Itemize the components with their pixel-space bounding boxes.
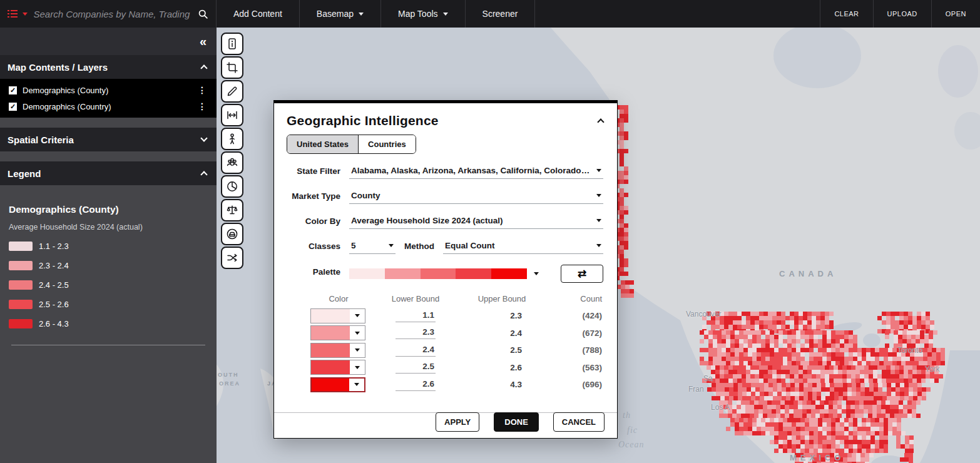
chevron-down-icon — [389, 244, 394, 247]
layers-list: ✓ Demographics (County) ⋮ ✓ Demographics… — [0, 79, 217, 118]
open-button[interactable]: OPEN — [931, 0, 980, 28]
column-header-upper-bound: Upper Bound — [464, 294, 539, 303]
reverse-palette-button[interactable]: ⇄ — [561, 265, 603, 283]
kebab-menu-icon[interactable]: ⋮ — [197, 101, 208, 111]
scales-tool-button[interactable] — [221, 199, 243, 221]
topbar-menu: Add Content Basemap Map Tools Screener — [217, 0, 535, 28]
checkbox-checked-icon[interactable]: ✓ — [9, 86, 17, 94]
kebab-menu-icon[interactable]: ⋮ — [197, 85, 208, 95]
palette-select[interactable] — [349, 268, 539, 279]
sidebar: « Map Contents / Layers ✓ Demographics (… — [0, 28, 217, 463]
lower-bound-input[interactable]: 2.5 — [396, 361, 436, 374]
classes-label: Classes — [287, 242, 349, 254]
color-by-select[interactable]: Average Household Size 2024 (actual) — [349, 215, 603, 229]
menu-map-tools[interactable]: Map Tools — [381, 0, 466, 28]
legend-class-row: 2.5 - 2.6 — [9, 300, 208, 309]
drive-time-tool-button[interactable] — [221, 223, 243, 245]
color-by-value: Average Household Size 2024 (actual) — [351, 216, 503, 225]
palette-label: Palette — [287, 267, 349, 280]
legend-class-label: 1.1 - 2.3 — [39, 242, 69, 251]
color-by-label: Color By — [287, 216, 349, 229]
dialog-footer: APPLY DONE CANCEL — [436, 412, 605, 432]
search-icon[interactable] — [198, 9, 208, 19]
apply-button[interactable]: APPLY — [436, 412, 479, 432]
shuffle-icon — [226, 252, 238, 264]
shuffle-tool-button[interactable] — [221, 247, 243, 269]
menu-screener[interactable]: Screener — [466, 0, 536, 28]
upper-bound-value: 2.6 — [482, 363, 522, 372]
pie-chart-tool-button[interactable] — [221, 175, 243, 198]
scales-icon — [226, 204, 238, 216]
legend-divider — [11, 345, 205, 345]
market-type-value: County — [351, 191, 380, 200]
clear-button[interactable]: CLEAR — [820, 0, 872, 28]
crop-tool-button[interactable] — [221, 56, 243, 79]
market-type-row: Market Type County — [287, 189, 603, 204]
legend-subtitle: Average Household Size 2024 (actual) — [9, 223, 208, 232]
lower-bound-input[interactable]: 2.3 — [396, 327, 436, 339]
menu-label: Add Content — [233, 9, 282, 19]
collapse-dialog-icon[interactable] — [597, 118, 604, 125]
legend-body: Demographics (County) Average Household … — [0, 185, 217, 345]
layer-row-demographics-country[interactable]: ✓ Demographics (Country) ⋮ — [0, 98, 217, 114]
dialog-tabs: United States Countries — [287, 135, 416, 154]
class-color-select[interactable] — [310, 343, 365, 358]
legend-class-label: 2.4 - 2.5 — [39, 280, 69, 290]
geographic-intelligence-dialog: Geographic Intelligence United States Co… — [273, 100, 618, 439]
lower-bound-input[interactable]: 2.4 — [396, 344, 436, 357]
cancel-button[interactable]: CANCEL — [553, 412, 605, 432]
chevron-down-icon — [443, 13, 448, 16]
table-row: 2.5 2.6 (563) — [310, 359, 602, 377]
method-label: Method — [396, 242, 443, 254]
chevron-down-icon — [534, 272, 539, 275]
topbar: Add Content Basemap Map Tools Screener C… — [0, 0, 980, 28]
state-filter-select[interactable]: Alabama, Alaska, Arizona, Arkansas, Cali… — [349, 165, 603, 179]
chevron-down-icon — [354, 383, 359, 386]
swap-arrows-icon: ⇄ — [578, 268, 586, 279]
chevron-down-icon — [596, 169, 601, 172]
menu-list-icon[interactable] — [8, 10, 18, 18]
legend-class-row: 2.6 - 4.3 — [9, 319, 208, 328]
menu-basemap[interactable]: Basemap — [300, 0, 381, 28]
people-group-tool-button[interactable] — [221, 151, 243, 174]
menu-add-content[interactable]: Add Content — [217, 0, 300, 28]
upper-bound-value: 2.5 — [482, 345, 522, 355]
market-type-select[interactable]: County — [349, 190, 603, 204]
chevron-up-icon — [200, 171, 207, 178]
info-tool-button[interactable] — [221, 33, 243, 55]
section-spatial-criteria[interactable]: Spatial Criteria — [0, 128, 217, 151]
tab-countries[interactable]: Countries — [359, 135, 416, 153]
sidebar-collapse-button[interactable]: « — [200, 35, 207, 48]
legend-class-row: 2.4 - 2.5 — [9, 280, 208, 290]
lower-bound-input[interactable]: 1.1 — [396, 310, 436, 322]
search-input[interactable] — [33, 8, 193, 20]
class-color-select[interactable] — [310, 325, 365, 340]
pencil-icon — [226, 85, 238, 98]
legend-swatch — [9, 280, 33, 290]
search-options-caret-icon[interactable] — [23, 13, 28, 16]
tab-united-states[interactable]: United States — [287, 135, 359, 153]
section-map-contents-layers[interactable]: Map Contents / Layers — [0, 55, 217, 79]
method-select[interactable]: Equal Count — [443, 240, 603, 254]
layer-row-demographics-county[interactable]: ✓ Demographics (County) ⋮ — [0, 82, 217, 98]
class-color-select[interactable] — [310, 308, 365, 323]
class-color-select[interactable] — [310, 360, 365, 375]
class-color-select[interactable] — [310, 377, 365, 392]
water-arctic — [938, 45, 978, 98]
upload-button[interactable]: UPLOAD — [873, 0, 931, 28]
column-header-color: Color — [310, 294, 367, 303]
upper-bound-value: 2.4 — [482, 328, 522, 338]
section-legend[interactable]: Legend — [0, 161, 217, 185]
classes-select[interactable]: 5 — [349, 240, 396, 254]
classes-value: 5 — [351, 241, 356, 250]
chevron-down-icon — [359, 13, 364, 16]
draw-tool-button[interactable] — [221, 80, 243, 103]
menu-label: Map Tools — [398, 9, 438, 19]
chevron-up-icon — [200, 64, 207, 71]
chevron-down-icon — [355, 349, 360, 352]
measure-tool-button[interactable] — [221, 104, 243, 126]
done-button[interactable]: DONE — [494, 412, 539, 432]
lower-bound-input[interactable]: 2.6 — [396, 379, 436, 391]
person-tool-button[interactable] — [221, 128, 243, 150]
checkbox-checked-icon[interactable]: ✓ — [9, 103, 17, 111]
